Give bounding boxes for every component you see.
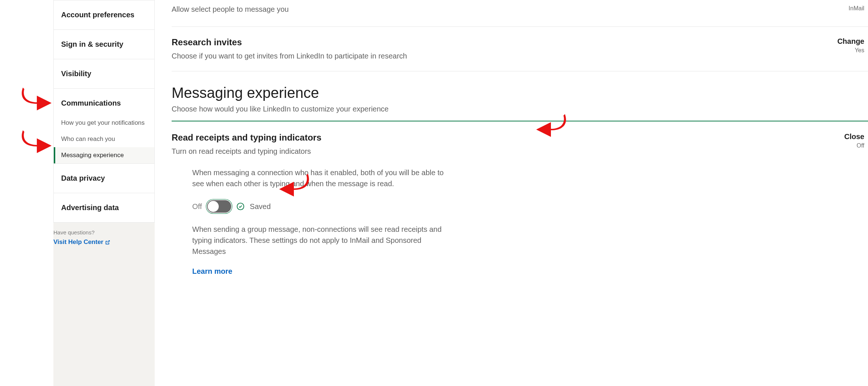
research-change-button[interactable]: Change — [837, 37, 864, 46]
sidebar-item-sign-in-security[interactable]: Sign in & security — [54, 30, 154, 59]
read-receipts-description-1: When messaging a connection who has it e… — [192, 167, 451, 189]
research-value: Yes — [837, 47, 864, 54]
read-receipts-toggle[interactable] — [207, 200, 231, 213]
settings-content: Messages Allow select people to message … — [172, 0, 868, 299]
help-question-label: Have questions? — [53, 229, 155, 236]
read-receipts-title: Read receipts and typing indicators — [172, 132, 830, 143]
sidebar-item-advertising-data[interactable]: Advertising data — [54, 193, 154, 222]
messages-value: InMail — [848, 5, 864, 12]
check-circle-icon — [236, 202, 245, 210]
help-center-link-label: Visit Help Center — [53, 238, 103, 246]
sidebar-item-account-preferences[interactable]: Account preferences — [54, 0, 154, 30]
messages-subtitle: Allow select people to message you — [172, 4, 834, 15]
read-receipts-value: Off — [844, 142, 864, 149]
sidebar-item-visibility[interactable]: Visibility — [54, 59, 154, 89]
settings-sidebar: Account preferences Sign in & security V… — [53, 0, 155, 386]
messaging-experience-section: Messaging experience Choose how would yo… — [172, 85, 868, 121]
setting-row-read-receipts: Read receipts and typing indicators Turn… — [172, 132, 868, 277]
learn-more-link[interactable]: Learn more — [192, 266, 232, 277]
research-subtitle: Choose if you want to get invites from L… — [172, 50, 823, 61]
sidebar-subitem-notifications[interactable]: How you get your notifications — [54, 115, 154, 131]
messaging-experience-sub: Choose how would you like LinkedIn to cu… — [172, 105, 868, 113]
read-receipts-subtitle: Turn on read receipts and typing indicat… — [172, 146, 830, 157]
toggle-knob — [208, 201, 219, 212]
setting-row-messages[interactable]: Messages Allow select people to message … — [172, 0, 868, 27]
research-title: Research invites — [172, 37, 823, 47]
sidebar-item-communications[interactable]: Communications — [54, 89, 154, 115]
sidebar-subitem-messaging-experience[interactable]: Messaging experience — [54, 147, 154, 163]
sidebar-item-data-privacy[interactable]: Data privacy — [54, 164, 154, 193]
read-receipts-close-button[interactable]: Close — [844, 132, 864, 141]
toggle-state-label: Off — [192, 201, 202, 212]
setting-row-research-invites[interactable]: Research invites Choose if you want to g… — [172, 37, 868, 71]
sidebar-subitem-who-can-reach[interactable]: Who can reach you — [54, 131, 154, 147]
saved-label: Saved — [250, 201, 271, 212]
svg-point-0 — [237, 203, 244, 210]
messaging-experience-heading: Messaging experience — [172, 85, 868, 101]
help-center-link[interactable]: Visit Help Center — [53, 238, 110, 246]
read-receipts-description-2: When sending a group message, non-connec… — [192, 224, 451, 257]
section-divider — [172, 121, 868, 121]
external-link-icon — [105, 240, 110, 245]
